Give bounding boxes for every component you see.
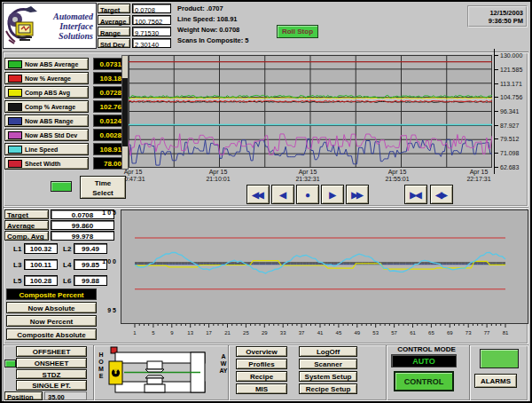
legend-value: 0.0028 [93, 129, 125, 141]
now-absolute-button[interactable]: Now Absolute [6, 302, 97, 313]
recipe-button[interactable]: Recipe [236, 371, 287, 382]
lane-5-value: 100.28 [24, 275, 58, 286]
step-forward-button[interactable]: ▶ [321, 185, 344, 204]
legend-item-sheet-width[interactable]: Sheet Width [4, 157, 89, 170]
fast-rewind-button[interactable]: ◀◀ [246, 185, 270, 204]
svg-text:81: 81 [503, 330, 509, 336]
y-tick: 104.756 [495, 91, 528, 105]
product-info: Product: .0707 Line Speed: 108.91 Weight… [177, 4, 248, 46]
y-tick: 87.927 [495, 118, 528, 132]
now-percent-button[interactable]: Now Percent [6, 315, 97, 327]
step-back-button[interactable]: ◀ [271, 185, 294, 204]
single-pt-button[interactable]: SINGLE PT. [16, 380, 87, 391]
position-value: 35.00 [44, 391, 87, 400]
legend-item-comp-abs-avg[interactable]: Comp ABS Avg [4, 86, 89, 99]
logoff-button[interactable]: LogOff [299, 346, 357, 357]
lane-2-label: L2 [61, 244, 74, 253]
date-value: 12/15/2003 [469, 9, 523, 17]
svg-text:25: 25 [243, 330, 249, 336]
alarms-button[interactable]: ALARMS [474, 374, 517, 388]
hmi-screen: Automated Interface Solutions Target 0.0… [0, 0, 532, 403]
mis-button[interactable]: MIS [236, 383, 287, 394]
svg-text:13: 13 [187, 330, 193, 336]
composite-absolute-button[interactable]: Composite Absolute [6, 328, 97, 340]
legend-row: Now ABS Range 0.0124 [4, 115, 125, 127]
legend-value: 103.18 [93, 72, 125, 84]
profile-average-value: 99.860 [51, 220, 114, 230]
legend-value: 78.00 [93, 157, 125, 170]
svg-text:9: 9 [170, 330, 174, 336]
expand-button[interactable]: ◀▶ [430, 185, 453, 204]
scanner-head-upper [147, 361, 162, 369]
record-button[interactable]: ● [296, 185, 319, 204]
control-button[interactable]: CONTROL [394, 371, 454, 391]
time-select-indicator [51, 181, 72, 192]
legend-row: Comp % Average 102.76 [4, 100, 125, 113]
svg-text:69: 69 [447, 330, 453, 336]
series-swatch [8, 60, 22, 68]
legend-item-comp-pct-average[interactable]: Comp % Average [4, 100, 89, 113]
recipe-setup-button[interactable]: Recipe Setup [299, 383, 357, 394]
scans-line: Scans In Composite: 5 [177, 36, 248, 46]
system-setup-button[interactable]: System Setup [299, 371, 357, 382]
legend-item-now-abs-range[interactable]: Now ABS Range [4, 115, 89, 127]
range-value: 9.71530 [132, 27, 171, 36]
profile-compavg-value: 99.978 [51, 231, 114, 241]
overview-button[interactable]: Overview [236, 346, 287, 357]
scanner-button[interactable]: Scanner [299, 359, 357, 369]
series-swatch [8, 89, 22, 97]
trend-scrollbar[interactable] [121, 55, 129, 170]
composite-percent-button[interactable]: Composite Percent [6, 288, 97, 300]
svg-text:65: 65 [428, 330, 434, 336]
legend-row: Comp ABS Avg 0.0728 [4, 86, 125, 99]
series-swatch [8, 160, 22, 168]
scanner-graphic [108, 346, 218, 398]
svg-text:29: 29 [262, 330, 268, 336]
y-tick: 62.683 [495, 161, 528, 175]
stdz-button[interactable]: STDZ [16, 369, 87, 379]
onsheet-button[interactable]: ONSHEET [16, 358, 87, 368]
lane-2-value: 99.49 [74, 243, 107, 254]
trend-x-tick: Apr 1521:32:31 [287, 169, 328, 182]
profile-y-tick: 100 [102, 258, 118, 265]
y-tick: 121.585 [495, 63, 528, 77]
legend-item-now-abs-std-dev[interactable]: Now ABS Std Dev [4, 129, 89, 141]
trend-x-tick: Apr 1521:10:01 [198, 169, 239, 182]
svg-text:33: 33 [280, 330, 286, 336]
trend-chart [129, 55, 492, 168]
svg-text:41: 41 [317, 330, 324, 336]
time-select-button[interactable]: Time Select [80, 176, 126, 199]
lane-6-value: 99.88 [74, 275, 107, 286]
roll-stop-button[interactable]: Roll Stop [277, 25, 318, 38]
legend-item-line-speed[interactable]: Line Speed [4, 143, 89, 155]
profiles-button[interactable]: Profiles [236, 359, 287, 369]
profile-panel: Target 0.0708 Average 99.860 Comp. Avg 9… [3, 207, 528, 344]
fast-forward-button[interactable]: ▶▶ [346, 185, 369, 204]
lane-6-label: L6 [61, 276, 74, 285]
svg-text:37: 37 [299, 330, 305, 336]
range-label: Range [98, 27, 130, 36]
y-tick: 71.098 [495, 146, 528, 161]
svg-text:17: 17 [206, 330, 212, 336]
y-tick: 130.000 [495, 49, 528, 63]
lane-1-value: 100.32 [24, 243, 58, 254]
legend-value: 0.0731 [93, 58, 125, 70]
stddev-value: 2.30140 [132, 38, 171, 48]
datetime-display: 12/15/2003 9:36:50 PM [467, 5, 528, 28]
divider [228, 345, 230, 400]
legend-item-now-pct-average[interactable]: Now % Average [4, 72, 89, 84]
series-swatch [8, 103, 22, 111]
lane-3-label: L3 [12, 260, 24, 269]
series-swatch [8, 146, 22, 154]
svg-text:53: 53 [372, 330, 379, 336]
legend-item-now-abs-average[interactable]: Now ABS Average [4, 58, 89, 70]
compress-button[interactable]: ▶◀ [404, 185, 427, 204]
trend-y-axis: 130.000 121.585 113.171 104.756 96.341 8… [494, 49, 528, 174]
lane-5-label: L5 [12, 276, 24, 285]
onsheet-indicator [4, 360, 16, 367]
trend-x-tick: Apr 1521:55:01 [377, 169, 418, 182]
offsheet-button[interactable]: OFFSHEET [16, 346, 87, 357]
company-name: Automated Interface Solutions [39, 12, 96, 41]
legend-value: 0.0124 [93, 115, 125, 127]
divider [93, 345, 95, 400]
